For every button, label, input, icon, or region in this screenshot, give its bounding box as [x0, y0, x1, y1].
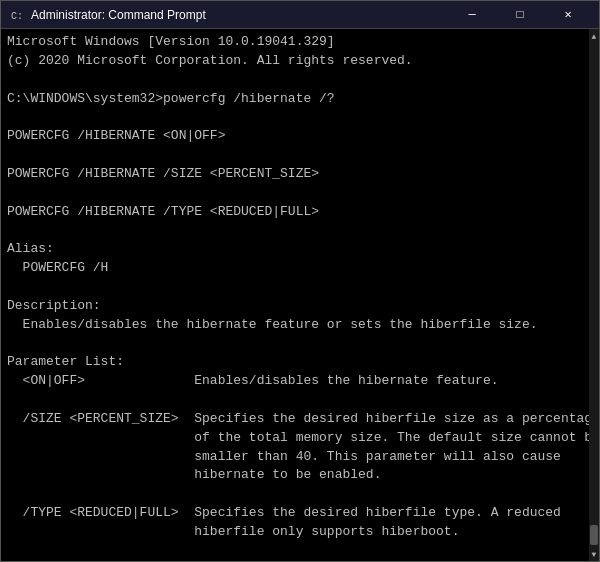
terminal-line	[7, 391, 593, 410]
terminal-line	[7, 184, 593, 203]
terminal-line: hibernate to be enabled.	[7, 466, 593, 485]
command-prompt-window: C: Administrator: Command Prompt ─ □ ✕ M…	[0, 0, 600, 562]
title-bar-controls: ─ □ ✕	[449, 1, 591, 29]
terminal-line: POWERCFG /HIBERNATE /TYPE <REDUCED|FULL>	[7, 203, 593, 222]
terminal-line: /SIZE <PERCENT_SIZE> Specifies the desir…	[7, 410, 593, 429]
terminal-line: Microsoft Windows [Version 10.0.19041.32…	[7, 33, 593, 52]
terminal-line: Description:	[7, 297, 593, 316]
terminal-line	[7, 221, 593, 240]
title-bar: C: Administrator: Command Prompt ─ □ ✕	[1, 1, 599, 29]
terminal-line: POWERCFG /H	[7, 259, 593, 278]
terminal-line	[7, 146, 593, 165]
scrollbar-thumb[interactable]	[590, 525, 598, 545]
cmd-icon: C:	[9, 7, 25, 23]
terminal-line: /TYPE <REDUCED|FULL> Specifies the desir…	[7, 504, 593, 523]
terminal-line: POWERCFG /HIBERNATE <ON|OFF>	[7, 127, 593, 146]
terminal-line	[7, 71, 593, 90]
minimize-button[interactable]: ─	[449, 1, 495, 29]
terminal-line	[7, 278, 593, 297]
svg-text:C:: C:	[11, 11, 23, 22]
terminal-line: (c) 2020 Microsoft Corporation. All righ…	[7, 52, 593, 71]
terminal-line: <ON|OFF> Enables/disables the hibernate …	[7, 372, 593, 391]
terminal-line	[7, 485, 593, 504]
scrollbar[interactable]: ▲ ▼	[589, 29, 599, 561]
terminal-line: of the total memory size. The default si…	[7, 429, 593, 448]
terminal-line	[7, 108, 593, 127]
terminal-line: smaller than 40. This parameter will als…	[7, 448, 593, 467]
terminal-line: C:\WINDOWS\system32>powercfg /hibernate …	[7, 90, 593, 109]
scroll-up-arrow[interactable]: ▲	[589, 29, 599, 43]
terminal-line: hiberfile only supports hiberboot.	[7, 523, 593, 542]
close-button[interactable]: ✕	[545, 1, 591, 29]
scroll-down-arrow[interactable]: ▼	[589, 547, 599, 561]
terminal-line: POWERCFG /HIBERNATE /SIZE <PERCENT_SIZE>	[7, 165, 593, 184]
terminal-content[interactable]: Microsoft Windows [Version 10.0.19041.32…	[1, 29, 599, 561]
title-bar-text: Administrator: Command Prompt	[31, 8, 449, 22]
terminal-line: Enables/disables the hibernate feature o…	[7, 316, 593, 335]
terminal-line	[7, 542, 593, 561]
terminal-line	[7, 335, 593, 354]
maximize-button[interactable]: □	[497, 1, 543, 29]
terminal-line: Alias:	[7, 240, 593, 259]
terminal-line: Parameter List:	[7, 353, 593, 372]
